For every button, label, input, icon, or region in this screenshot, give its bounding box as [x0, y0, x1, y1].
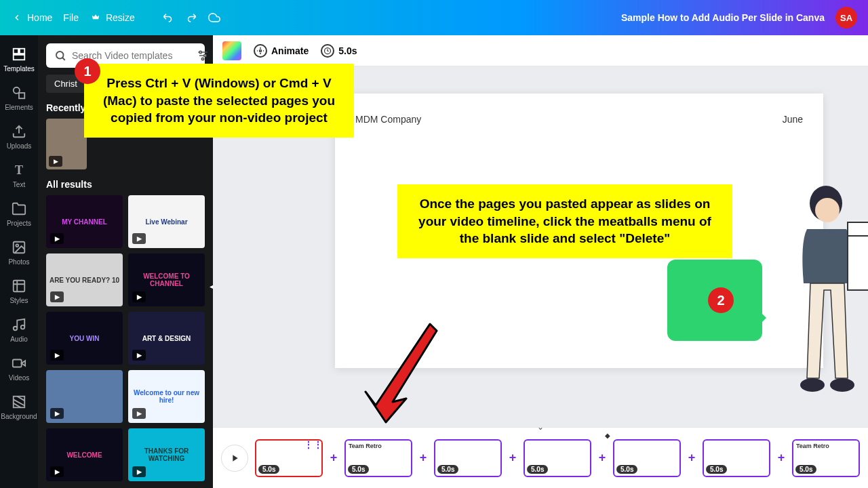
timeline-add-button[interactable]: + — [685, 439, 698, 477]
recent-thumb[interactable]: ▶ — [46, 119, 87, 169]
timeline-add-button[interactable]: + — [774, 439, 788, 477]
svg-point-12 — [204, 54, 206, 56]
rail-label: Background — [1, 413, 37, 420]
animate-icon — [254, 44, 267, 58]
svg-point-21 — [830, 378, 854, 392]
templates-icon — [11, 46, 27, 62]
template-thumb[interactable]: ART & DESIGN▶ — [128, 312, 205, 365]
panel-collapse-handle[interactable]: ◀ — [208, 266, 213, 306]
redo-button[interactable] — [185, 12, 197, 24]
svg-point-11 — [199, 51, 201, 53]
rail-videos[interactable]: Videos — [0, 351, 38, 386]
play-icon: ▶ — [50, 466, 64, 477]
svg-point-6 — [16, 244, 18, 247]
rail-styles[interactable]: Styles — [0, 274, 38, 308]
file-menu[interactable]: File — [63, 12, 79, 23]
play-icon: ▶ — [132, 466, 146, 477]
svg-rect-1 — [20, 49, 24, 54]
undo-button[interactable] — [162, 12, 174, 24]
document-title[interactable]: Sample How to Add Audio Per Slide in Can… — [621, 12, 825, 23]
timeline-frame[interactable]: 5.0s⋮⋮ — [255, 439, 323, 477]
template-thumb[interactable]: MY CHANNEL▶ — [46, 195, 123, 248]
play-icon: ▶ — [50, 408, 64, 419]
template-thumb[interactable]: Welcome to our new hire!▶ — [128, 370, 205, 423]
template-thumb[interactable]: Live Webinar▶ — [128, 195, 205, 248]
meatballs-menu-icon[interactable]: ⋮⋮ — [304, 439, 323, 450]
rail-text[interactable]: T Text — [0, 158, 38, 192]
crown-icon — [90, 12, 102, 24]
rail-label: Uploads — [7, 142, 32, 150]
play-icon: ▶ — [50, 233, 64, 244]
duration-button[interactable]: 5.0s — [321, 44, 357, 58]
timeline-frame[interactable]: 5.0s — [524, 439, 591, 477]
play-button[interactable] — [221, 445, 248, 472]
timeline-frame[interactable]: Team Retro5.0s — [344, 439, 412, 477]
play-icon: ▶ — [132, 291, 146, 302]
home-label: Home — [27, 12, 52, 23]
slide-company: MDM Company — [355, 114, 421, 125]
template-thumb[interactable]: WELCOME▶ — [46, 428, 123, 481]
search-icon — [54, 49, 66, 62]
play-icon: ▶ — [50, 291, 64, 302]
template-thumb[interactable]: THANKS FOR WATCHING▶ — [128, 428, 205, 481]
svg-rect-2 — [14, 55, 25, 60]
timeline-frame[interactable]: 5.0s — [434, 439, 502, 477]
rail-label: Audio — [10, 336, 28, 343]
timeline-add-button[interactable]: + — [595, 439, 609, 477]
play-icon: ▶ — [132, 233, 146, 244]
filter-icon[interactable] — [196, 49, 210, 62]
timeline-marker: ◆ — [605, 432, 610, 439]
rail-audio[interactable]: Audio — [0, 312, 38, 347]
rail-label: Text — [13, 181, 25, 188]
avatar[interactable]: SA — [835, 7, 857, 28]
avatar-initials: SA — [840, 13, 852, 23]
rail-label: Photos — [8, 258, 29, 266]
side-rail: Templates Elements Uploads T Text Projec… — [0, 35, 38, 488]
styles-icon — [11, 278, 27, 294]
animate-label: Animate — [271, 45, 309, 56]
rail-label: Elements — [5, 104, 33, 111]
template-thumb[interactable]: ▶ — [46, 370, 123, 423]
topbar: Home File Resize Sample How to Add Audio… — [0, 0, 868, 35]
timeline: ⌄ ◆ 5.0s⋮⋮+Team Retro5.0s+5.0s+5.0s+5.0s… — [213, 427, 868, 488]
svg-point-17 — [815, 198, 840, 222]
svg-point-20 — [800, 378, 825, 392]
color-swatch[interactable] — [222, 41, 241, 60]
template-thumb[interactable]: WELCOME TO CHANNEL▶ — [128, 253, 205, 306]
timeline-add-button[interactable]: + — [416, 439, 430, 477]
rail-projects[interactable]: Projects — [0, 197, 38, 231]
svg-rect-0 — [14, 49, 18, 54]
rail-templates[interactable]: Templates — [0, 42, 38, 77]
cloud-sync-icon[interactable] — [208, 12, 220, 24]
timeline-add-button[interactable]: + — [327, 439, 340, 477]
play-icon: ▶ — [49, 156, 62, 167]
animate-button[interactable]: Animate — [254, 44, 309, 58]
svg-rect-19 — [848, 222, 868, 236]
timeline-add-button[interactable]: + — [506, 439, 519, 477]
photos-icon — [11, 239, 27, 256]
clock-icon — [321, 44, 334, 58]
resize-menu[interactable]: Resize — [90, 12, 135, 24]
instruction-callout-1: Press Ctrl + V (Windows) or Cmd + V (Mac… — [84, 64, 354, 138]
back-home-button[interactable]: Home — [11, 12, 52, 24]
rail-background[interactable]: Background — [0, 390, 38, 424]
timeline-collapse-chevron[interactable]: ⌄ — [537, 422, 544, 432]
all-results-heading: All results — [46, 179, 205, 190]
template-thumb[interactable]: YOU WIN▶ — [46, 312, 123, 365]
rail-photos[interactable]: Photos — [0, 235, 38, 270]
slide-date: June — [783, 114, 803, 125]
step-badge-1: 1 — [75, 58, 100, 84]
timeline-frame[interactable]: Team Retro5.0s — [792, 439, 860, 477]
rail-label: Videos — [9, 374, 29, 382]
person-illustration[interactable] — [766, 175, 868, 351]
timeline-frame[interactable]: 5.0s — [703, 439, 770, 477]
rail-elements[interactable]: Elements — [0, 81, 38, 115]
play-icon: ▶ — [132, 350, 146, 361]
svg-point-13 — [201, 58, 203, 60]
timeline-frame[interactable]: 5.0s — [613, 439, 681, 477]
svg-point-14 — [260, 49, 262, 52]
template-thumb[interactable]: ARE YOU READY? 10▶ — [46, 253, 123, 306]
svg-rect-4 — [19, 93, 24, 98]
canvas-toolbar: Animate 5.0s — [213, 35, 868, 66]
rail-uploads[interactable]: Uploads — [0, 119, 38, 154]
